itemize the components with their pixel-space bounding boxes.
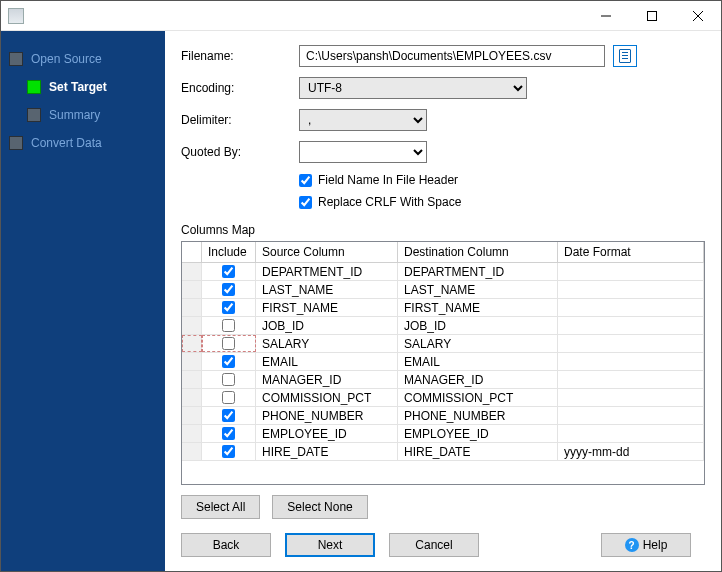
row-selector[interactable] bbox=[182, 317, 202, 334]
date-format-cell[interactable] bbox=[558, 389, 704, 406]
field-name-header-checkbox[interactable] bbox=[299, 174, 312, 187]
table-row[interactable]: COMMISSION_PCTCOMMISSION_PCT bbox=[182, 389, 704, 407]
row-selector[interactable] bbox=[182, 389, 202, 406]
include-cell[interactable] bbox=[202, 389, 256, 406]
table-row[interactable]: DEPARTMENT_IDDEPARTMENT_ID bbox=[182, 263, 704, 281]
source-column-cell[interactable]: PHONE_NUMBER bbox=[256, 407, 398, 424]
maximize-button[interactable] bbox=[629, 1, 675, 31]
grid-body[interactable]: DEPARTMENT_IDDEPARTMENT_IDLAST_NAMELAST_… bbox=[182, 263, 704, 484]
include-cell[interactable] bbox=[202, 263, 256, 280]
table-row[interactable]: SALARYSALARY bbox=[182, 335, 704, 353]
next-button[interactable]: Next bbox=[285, 533, 375, 557]
source-column-cell[interactable]: FIRST_NAME bbox=[256, 299, 398, 316]
destination-column-cell[interactable]: HIRE_DATE bbox=[398, 443, 558, 460]
include-checkbox[interactable] bbox=[222, 265, 235, 278]
destination-column-cell[interactable]: PHONE_NUMBER bbox=[398, 407, 558, 424]
table-row[interactable]: JOB_IDJOB_ID bbox=[182, 317, 704, 335]
destination-column-cell[interactable]: COMMISSION_PCT bbox=[398, 389, 558, 406]
select-none-button[interactable]: Select None bbox=[272, 495, 367, 519]
minimize-button[interactable] bbox=[583, 1, 629, 31]
grid-header-dest[interactable]: Destination Column bbox=[398, 242, 558, 262]
encoding-select[interactable]: UTF-8 bbox=[299, 77, 527, 99]
table-row[interactable]: FIRST_NAMEFIRST_NAME bbox=[182, 299, 704, 317]
destination-column-cell[interactable]: EMPLOYEE_ID bbox=[398, 425, 558, 442]
include-checkbox[interactable] bbox=[222, 445, 235, 458]
row-selector[interactable] bbox=[182, 335, 202, 352]
source-column-cell[interactable]: DEPARTMENT_ID bbox=[256, 263, 398, 280]
grid-header-include[interactable]: Include bbox=[202, 242, 256, 262]
browse-file-button[interactable] bbox=[613, 45, 637, 67]
include-checkbox[interactable] bbox=[222, 337, 235, 350]
row-selector[interactable] bbox=[182, 353, 202, 370]
include-cell[interactable] bbox=[202, 335, 256, 352]
date-format-cell[interactable] bbox=[558, 317, 704, 334]
sidebar-item-convert-data[interactable]: Convert Data bbox=[1, 129, 165, 157]
destination-column-cell[interactable]: SALARY bbox=[398, 335, 558, 352]
include-cell[interactable] bbox=[202, 353, 256, 370]
destination-column-cell[interactable]: LAST_NAME bbox=[398, 281, 558, 298]
sidebar-item-summary[interactable]: Summary bbox=[19, 101, 165, 129]
date-format-cell[interactable] bbox=[558, 335, 704, 352]
include-checkbox[interactable] bbox=[222, 283, 235, 296]
destination-column-cell[interactable]: FIRST_NAME bbox=[398, 299, 558, 316]
include-checkbox[interactable] bbox=[222, 391, 235, 404]
date-format-cell[interactable] bbox=[558, 281, 704, 298]
source-column-cell[interactable]: COMMISSION_PCT bbox=[256, 389, 398, 406]
row-selector[interactable] bbox=[182, 263, 202, 280]
row-selector[interactable] bbox=[182, 371, 202, 388]
destination-column-cell[interactable]: JOB_ID bbox=[398, 317, 558, 334]
table-row[interactable]: EMPLOYEE_IDEMPLOYEE_ID bbox=[182, 425, 704, 443]
include-cell[interactable] bbox=[202, 407, 256, 424]
date-format-cell[interactable] bbox=[558, 353, 704, 370]
replace-crlf-checkbox[interactable] bbox=[299, 196, 312, 209]
select-all-button[interactable]: Select All bbox=[181, 495, 260, 519]
source-column-cell[interactable]: EMPLOYEE_ID bbox=[256, 425, 398, 442]
source-column-cell[interactable]: SALARY bbox=[256, 335, 398, 352]
delimiter-select[interactable]: , bbox=[299, 109, 427, 131]
table-row[interactable]: MANAGER_IDMANAGER_ID bbox=[182, 371, 704, 389]
row-selector[interactable] bbox=[182, 443, 202, 460]
include-checkbox[interactable] bbox=[222, 319, 235, 332]
row-selector[interactable] bbox=[182, 425, 202, 442]
date-format-cell[interactable] bbox=[558, 407, 704, 424]
include-checkbox[interactable] bbox=[222, 355, 235, 368]
table-row[interactable]: EMAILEMAIL bbox=[182, 353, 704, 371]
include-cell[interactable] bbox=[202, 299, 256, 316]
include-cell[interactable] bbox=[202, 317, 256, 334]
sidebar-item-open-source[interactable]: Open Source bbox=[1, 45, 165, 73]
back-button[interactable]: Back bbox=[181, 533, 271, 557]
row-selector[interactable] bbox=[182, 299, 202, 316]
source-column-cell[interactable]: LAST_NAME bbox=[256, 281, 398, 298]
table-row[interactable]: LAST_NAMELAST_NAME bbox=[182, 281, 704, 299]
destination-column-cell[interactable]: MANAGER_ID bbox=[398, 371, 558, 388]
row-selector[interactable] bbox=[182, 407, 202, 424]
include-checkbox[interactable] bbox=[222, 427, 235, 440]
include-cell[interactable] bbox=[202, 281, 256, 298]
include-checkbox[interactable] bbox=[222, 409, 235, 422]
date-format-cell[interactable] bbox=[558, 263, 704, 280]
grid-header-date[interactable]: Date Format bbox=[558, 242, 704, 262]
include-cell[interactable] bbox=[202, 371, 256, 388]
source-column-cell[interactable]: HIRE_DATE bbox=[256, 443, 398, 460]
row-selector[interactable] bbox=[182, 281, 202, 298]
destination-column-cell[interactable]: EMAIL bbox=[398, 353, 558, 370]
source-column-cell[interactable]: MANAGER_ID bbox=[256, 371, 398, 388]
include-checkbox[interactable] bbox=[222, 373, 235, 386]
include-cell[interactable] bbox=[202, 443, 256, 460]
include-cell[interactable] bbox=[202, 425, 256, 442]
date-format-cell[interactable] bbox=[558, 425, 704, 442]
table-row[interactable]: PHONE_NUMBERPHONE_NUMBER bbox=[182, 407, 704, 425]
help-button[interactable]: ?Help bbox=[601, 533, 691, 557]
source-column-cell[interactable]: JOB_ID bbox=[256, 317, 398, 334]
date-format-cell[interactable] bbox=[558, 299, 704, 316]
table-row[interactable]: HIRE_DATEHIRE_DATEyyyy-mm-dd bbox=[182, 443, 704, 461]
quoted-by-select[interactable] bbox=[299, 141, 427, 163]
grid-header-source[interactable]: Source Column bbox=[256, 242, 398, 262]
date-format-cell[interactable]: yyyy-mm-dd bbox=[558, 443, 704, 460]
sidebar-item-set-target[interactable]: Set Target bbox=[19, 73, 165, 101]
cancel-button[interactable]: Cancel bbox=[389, 533, 479, 557]
date-format-cell[interactable] bbox=[558, 371, 704, 388]
close-button[interactable] bbox=[675, 1, 721, 31]
include-checkbox[interactable] bbox=[222, 301, 235, 314]
destination-column-cell[interactable]: DEPARTMENT_ID bbox=[398, 263, 558, 280]
